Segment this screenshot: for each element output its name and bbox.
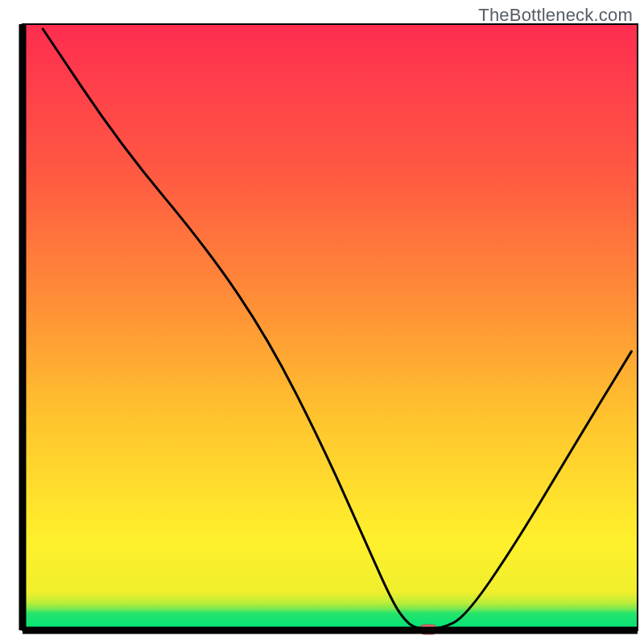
watermark-label: TheBottleneck.com [478,5,633,26]
bottleneck-chart [0,0,644,644]
chart-background [23,24,638,630]
chart-container: TheBottleneck.com [0,0,644,644]
